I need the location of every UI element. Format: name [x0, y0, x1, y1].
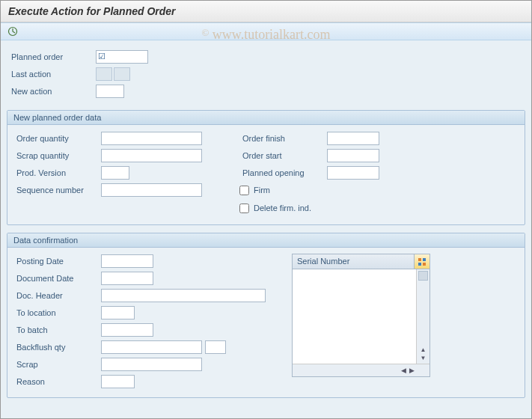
sequence-input[interactable]	[101, 183, 202, 197]
planned-order-label: Planned order	[8, 52, 94, 61]
order-start-input[interactable]	[327, 149, 379, 162]
new-order-left-col: Order quantity Scrap quantity Prod. Vers…	[13, 131, 202, 218]
prod-version-label: Prod. Version	[13, 168, 100, 177]
serial-list[interactable]	[293, 269, 417, 364]
new-action-row: New action	[8, 84, 317, 99]
order-qty-input[interactable]	[101, 132, 202, 145]
scroll-thumb[interactable]	[418, 271, 428, 281]
document-date-input[interactable]	[101, 272, 153, 285]
document-date-label: Document Date	[13, 274, 100, 283]
planned-open-input[interactable]	[327, 166, 379, 180]
scroll-right-icon[interactable]: ▶	[409, 367, 415, 374]
table-settings-icon[interactable]	[415, 254, 429, 269]
title-bar: Execute Action for Planned Order	[1, 1, 531, 22]
last-action-code	[96, 67, 112, 81]
order-qty-label: Order quantity	[13, 134, 100, 143]
to-location-label: To location	[13, 308, 100, 317]
svg-rect-1	[418, 258, 421, 261]
new-order-group: New planned order data Order quantity Sc…	[7, 110, 525, 225]
svg-rect-4	[423, 263, 426, 266]
top-fields: Planned order ☑ Last action New action	[7, 46, 318, 103]
execute-icon[interactable]	[7, 25, 19, 37]
last-action-row: Last action	[8, 67, 317, 82]
delete-firm-label: Delete firm. ind.	[254, 204, 311, 212]
scrap-qty-label: Scrap quantity	[13, 151, 100, 160]
doc-header-label: Doc. Header	[13, 291, 100, 300]
scrap-label: Scrap	[13, 360, 100, 369]
data-conf-group: Data confirmation Posting Date Document …	[7, 233, 525, 398]
page-title: Execute Action for Planned Order	[8, 5, 524, 17]
reason-input[interactable]	[101, 375, 135, 388]
scroll-up-icon[interactable]: ▲	[421, 346, 426, 354]
delete-firm-checkbox[interactable]	[239, 204, 249, 213]
serial-scrollbar-h[interactable]: ◀ ▶	[293, 364, 429, 376]
to-batch-label: To batch	[13, 325, 100, 334]
planned-order-row: Planned order ☑	[8, 49, 317, 64]
prod-version-input[interactable]	[101, 166, 129, 180]
last-action-desc	[114, 67, 130, 81]
scroll-left-icon[interactable]: ◀	[401, 367, 406, 374]
serial-header-label: Serial Number	[293, 254, 415, 269]
svg-rect-3	[418, 263, 421, 266]
serial-scrollbar-v[interactable]: ▲ ▼	[417, 269, 429, 364]
firm-label: Firm	[254, 186, 270, 195]
main-area: Planned order ☑ Last action New action N…	[1, 40, 531, 419]
order-finish-label: Order finish	[239, 134, 325, 143]
backflush-input[interactable]	[101, 340, 202, 354]
new-order-group-title: New planned order data	[7, 111, 525, 125]
order-finish-input[interactable]	[327, 132, 379, 145]
order-start-label: Order start	[239, 151, 325, 160]
posting-date-input[interactable]	[101, 254, 153, 268]
to-location-input[interactable]	[101, 306, 135, 319]
svg-rect-2	[423, 258, 426, 261]
conf-right-col: Serial Number ▲ ▼	[292, 254, 430, 391]
to-batch-input[interactable]	[101, 323, 153, 337]
new-action-label: New action	[8, 87, 94, 96]
reason-label: Reason	[13, 377, 100, 386]
scrap-input[interactable]	[101, 358, 202, 371]
sequence-label: Sequence number	[13, 186, 100, 195]
firm-checkbox[interactable]	[239, 186, 249, 195]
serial-number-panel: Serial Number ▲ ▼	[292, 254, 430, 377]
backflush-label: Backflush qty	[13, 343, 100, 352]
data-conf-group-title: Data confirmation	[7, 233, 525, 248]
backflush-unit-input[interactable]	[205, 340, 226, 354]
doc-header-input[interactable]	[101, 289, 266, 302]
scroll-down-icon[interactable]: ▼	[421, 355, 426, 362]
last-action-label: Last action	[8, 70, 94, 79]
planned-open-label: Planned opening	[239, 168, 325, 177]
new-action-input[interactable]	[96, 85, 124, 98]
scrap-qty-input[interactable]	[101, 149, 202, 162]
posting-date-label: Posting Date	[13, 257, 100, 266]
toolbar	[1, 22, 531, 40]
new-order-right-col: Order finish Order start Planned opening…	[239, 131, 379, 218]
conf-left-col: Posting Date Document Date Doc. Header T…	[13, 254, 266, 391]
planned-order-input[interactable]	[96, 50, 148, 64]
